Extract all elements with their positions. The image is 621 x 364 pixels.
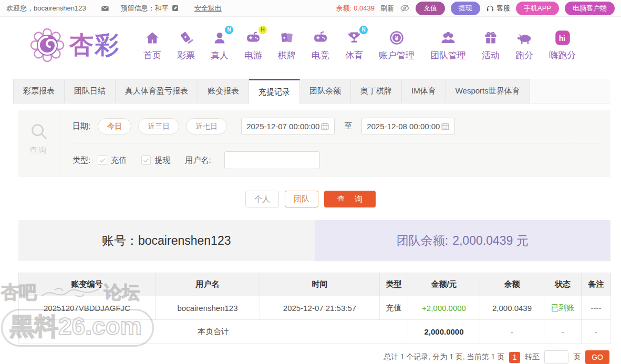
page-unit-label: 页 — [573, 352, 581, 362]
tab-wesports[interactable]: Wesports世界体育 — [446, 79, 530, 103]
cards-icon — [280, 30, 294, 45]
headset-icon — [486, 4, 494, 13]
personal-button[interactable]: 个人 — [245, 191, 279, 207]
brand-logo[interactable]: 杏彩 — [30, 28, 120, 62]
nav-label: 电竞 — [312, 49, 329, 61]
eye-off-icon[interactable] — [400, 3, 410, 13]
deposit-checkbox-label[interactable]: 充值 — [111, 155, 127, 165]
topbar-right: 余额:0.0439 刷新 充值 提现 客服 手机APP 电脑客户端 — [336, 2, 615, 15]
tab-account-change[interactable]: 账变报表 — [198, 79, 249, 103]
page: 欢迎您，bocairenshen123 预留信息：和平 安全退出 余额:0.04… — [0, 0, 621, 364]
username-input[interactable] — [224, 151, 320, 169]
calendar-icon — [441, 122, 450, 131]
topbar: 欢迎您，bocairenshen123 预留信息：和平 安全退出 余额:0.04… — [0, 0, 621, 17]
filter-divider — [73, 143, 600, 143]
sports-trophy-icon — [347, 30, 361, 45]
nav-label: 团队管理 — [430, 49, 466, 61]
preset-3days-button[interactable]: 近三日 — [138, 118, 179, 134]
summary-balance-dash: - — [480, 320, 544, 344]
col-change-id: 账变编号 — [19, 273, 156, 296]
go-button[interactable]: GO — [585, 350, 609, 364]
tab-odin-cards[interactable]: 奥丁棋牌 — [351, 79, 402, 103]
nav-item-live[interactable]: N 真人 — [203, 29, 236, 61]
nav-item-team-manage[interactable]: 团队管理 — [422, 29, 474, 61]
nav-item-lottery[interactable]: 彩票 — [169, 29, 203, 61]
col-remark: 备注 — [582, 273, 611, 296]
new-badge: N — [225, 26, 233, 34]
nav-item-account-manage[interactable]: ¥ 账户管理 — [371, 29, 422, 61]
cell-change-id: 20251207VBDDJAGFJC — [19, 296, 156, 320]
preset-today-button[interactable]: 今日 — [98, 118, 131, 134]
withdraw-checkbox[interactable] — [141, 155, 151, 165]
account-strip: 账号： bocairenshen123 团队余额: 2,000.0439 元 — [18, 220, 610, 261]
nav-label: 彩票 — [177, 49, 195, 61]
table-row: 20251207VBDDJAGFJC bocairenshen123 2025-… — [19, 296, 611, 320]
username-label: 用户名: — [185, 155, 211, 165]
main-nav: 首页 彩票 N 真人 H 电游 棋牌 电竞 N — [136, 29, 584, 61]
tab-lottery-report[interactable]: 彩票报表 — [13, 79, 65, 103]
goto-label: 转至 — [525, 352, 540, 362]
col-amount: 金额/元 — [408, 273, 480, 296]
search-icon — [29, 121, 49, 141]
lottery-ticket-icon — [179, 30, 193, 45]
nav-item-egames[interactable]: H 电游 — [236, 29, 270, 61]
mobile-app-button[interactable]: 手机APP — [516, 2, 559, 15]
cell-type: 充值 — [380, 296, 408, 320]
reserved-info-text: 预留信息：和平 — [121, 4, 169, 13]
nav-item-paofen[interactable]: 跑分 — [508, 29, 541, 61]
nav-label: 电游 — [244, 49, 262, 61]
query-button[interactable]: 查 询 — [324, 191, 376, 207]
cell-remark: ---- — [582, 296, 611, 320]
filter-panel: 查询 日期: 今日 近三日 近七日 2025-12-07 00:00:00 至 … — [18, 110, 610, 177]
cell-balance: 2,000.0439 — [480, 296, 544, 320]
rhino-icon — [516, 30, 533, 46]
tab-live-sports-pl[interactable]: 真人体育盈亏报表 — [116, 79, 198, 103]
nav-item-hi-paofen[interactable]: hi 嗨跑分 — [541, 29, 584, 61]
deposit-button[interactable]: 充值 — [416, 2, 445, 15]
nav-item-promotions[interactable]: 活动 — [474, 29, 508, 61]
hot-badge: H — [258, 26, 267, 34]
pc-client-button[interactable]: 电脑客户端 — [565, 2, 615, 15]
tab-team-daily[interactable]: 团队日结 — [65, 79, 116, 103]
deposit-checkbox[interactable] — [98, 155, 107, 165]
customer-service-link[interactable]: 客服 — [486, 4, 510, 13]
nav-item-home[interactable]: 首页 — [136, 29, 169, 61]
pagination-summary: 总计 1 个记录, 分为 1 页, 当前第 1 页 — [384, 352, 504, 362]
edit-icon[interactable] — [172, 5, 179, 12]
gift-icon — [483, 30, 498, 45]
hi-app-icon: hi — [555, 30, 571, 46]
logout-link[interactable]: 安全退出 — [194, 4, 222, 13]
nav-item-cards[interactable]: 棋牌 — [270, 29, 304, 61]
goto-page-input[interactable] — [544, 350, 568, 364]
nav-item-sports[interactable]: N 体育 — [337, 29, 371, 61]
new-badge: N — [359, 26, 368, 34]
col-status: 状态 — [544, 273, 582, 296]
flower-logo-icon — [30, 28, 64, 62]
balance-label: 余额: — [336, 4, 352, 12]
svg-text:¥: ¥ — [395, 34, 399, 41]
refresh-link[interactable]: 刷新 — [380, 4, 394, 13]
date-from-input[interactable]: 2025-12-07 00:00:00 — [241, 118, 335, 135]
withdraw-checkbox-label[interactable]: 提现 — [154, 155, 170, 165]
tab-im-sports[interactable]: IM体育 — [402, 79, 446, 103]
nav-item-esports[interactable]: 电竞 — [304, 29, 337, 61]
col-type: 类型 — [380, 273, 408, 296]
team-button[interactable]: 团队 — [285, 191, 318, 207]
nav-label: 活动 — [482, 49, 500, 61]
cell-status: 已到账 — [544, 296, 582, 320]
preset-7days-button[interactable]: 近七日 — [186, 118, 227, 134]
tab-deposit-withdraw-records[interactable]: 充提记录 — [249, 79, 300, 103]
nav-label: 首页 — [143, 49, 161, 61]
mail-icon[interactable] — [101, 4, 109, 13]
summary-status-dash: - — [544, 320, 582, 344]
cell-amount: +2,000.0000 — [408, 296, 480, 320]
date-to-input[interactable]: 2025-12-08 00:00:00 — [361, 118, 455, 135]
filter-fields: 日期: 今日 近三日 近七日 2025-12-07 00:00:00 至 202… — [59, 110, 610, 177]
nav-label: 嗨跑分 — [549, 49, 576, 61]
account-label: 账号： — [102, 233, 138, 249]
date-from-value: 2025-12-07 00:00:00 — [246, 122, 319, 131]
tab-team-balance[interactable]: 团队余额 — [300, 79, 351, 103]
current-page-button[interactable]: 1 — [509, 352, 520, 363]
nav-label: 体育 — [345, 49, 363, 61]
withdraw-button[interactable]: 提现 — [451, 2, 480, 15]
